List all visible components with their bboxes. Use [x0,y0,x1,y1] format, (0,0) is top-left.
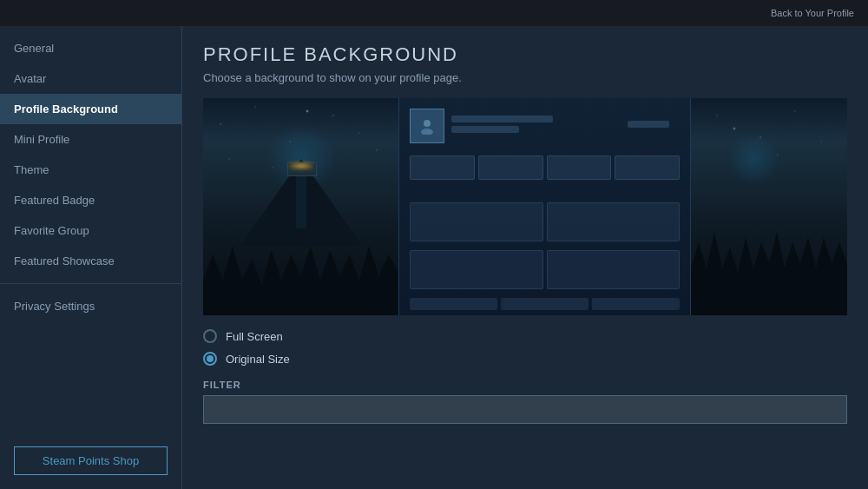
svg-point-0 [424,120,431,127]
mock-header [410,109,680,143]
mock-tall-2-left [410,250,543,289]
mock-small-row [410,298,680,310]
mock-box-4 [615,155,680,180]
radio-label-original-size: Original Size [226,353,290,366]
mock-box-3 [547,155,612,180]
back-to-profile-link[interactable]: Back to Your Profile [771,8,854,18]
sidebar-item-avatar[interactable]: Avatar [0,63,181,94]
sidebar-item-theme[interactable]: Theme [0,155,181,185]
mock-tall-right [547,202,681,241]
sidebar-item-mini-profile[interactable]: Mini Profile [0,124,181,155]
mock-row-1 [410,155,680,180]
mock-bar-action [628,121,669,128]
sidebar-item-profile-background[interactable]: Profile Background [0,94,181,124]
mock-bar-status [451,126,519,133]
mock-small-3 [592,298,680,310]
bg-left-panel [203,98,398,315]
svg-point-1 [421,129,433,135]
filter-input[interactable] [203,395,847,424]
profile-mock-overlay [398,98,691,315]
sidebar-divider [0,283,181,284]
tower-light [289,162,313,169]
top-bar: Back to Your Profile [0,0,868,26]
mock-box-2 [478,155,543,180]
size-radio-group: Full Screen Original Size [203,329,847,366]
mock-username-area [451,116,621,136]
radio-label-full-screen: Full Screen [226,330,283,343]
sidebar-item-privacy-settings[interactable]: Privacy Settings [0,291,181,321]
mock-small-2 [501,298,589,310]
radio-circle-full-screen [203,329,217,343]
mock-avatar [410,109,444,143]
sidebar-bottom: Steam Points Shop [0,433,181,489]
steam-points-shop-button[interactable]: Steam Points Shop [14,446,168,475]
sidebar-item-featured-showcase[interactable]: Featured Showcase [0,246,181,276]
mock-box-1 [410,155,475,180]
sidebar: General Avatar Profile Background Mini P… [0,26,182,489]
sidebar-item-general[interactable]: General [0,33,181,63]
mock-tall-2-right [547,250,681,289]
filter-label: FILTER [203,380,847,390]
filter-section: FILTER [203,380,847,424]
mock-bar-username [451,116,553,122]
mock-tall-left [410,202,543,241]
radio-original-size[interactable]: Original Size [203,352,847,366]
mock-two-col-2 [410,250,680,289]
page-title: PROFILE BACKGROUND [203,43,847,66]
radio-full-screen[interactable]: Full Screen [203,329,847,343]
bg-right-panel [691,98,847,315]
tower [296,168,306,228]
radio-circle-original-size [203,352,217,366]
content-area: PROFILE BACKGROUND Choose a background t… [182,26,868,489]
mock-two-col-1 [410,202,680,241]
sidebar-item-featured-badge[interactable]: Featured Badge [0,185,181,215]
mock-small-1 [410,298,497,310]
mock-action-area [628,121,680,131]
page-subtitle: Choose a background to show on your prof… [203,71,847,84]
main-layout: General Avatar Profile Background Mini P… [0,26,868,489]
glow-right [727,133,779,185]
sidebar-item-favorite-group[interactable]: Favorite Group [0,215,181,246]
background-preview [203,98,847,315]
